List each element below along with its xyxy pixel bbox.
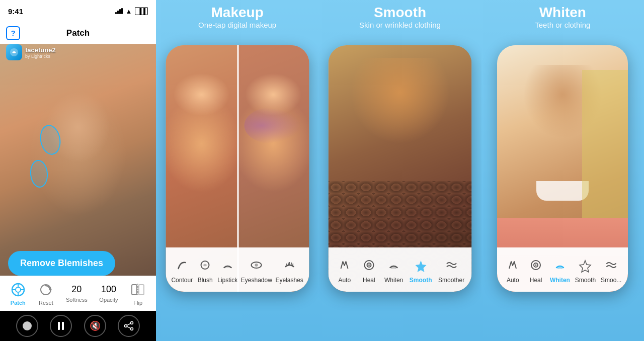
smooth-icon xyxy=(412,256,430,274)
logo-name: facetune2 xyxy=(25,46,56,54)
toolbar-opacity[interactable]: 100 Opacity xyxy=(99,284,118,303)
eyeshadow-icon xyxy=(248,256,266,274)
bg-accent xyxy=(582,70,628,218)
opacity-value: 100 xyxy=(101,284,116,295)
smoother-w-label: Smoo... xyxy=(601,277,621,284)
svg-line-16 xyxy=(127,326,131,328)
toolbar-softness[interactable]: 20 Softness xyxy=(66,284,88,303)
svg-point-13 xyxy=(131,322,133,324)
tool-smoother-w[interactable]: Smoo... xyxy=(601,256,621,284)
whiten-header: Whiten Teeth or clothing xyxy=(481,0,644,33)
tool-heal-w[interactable]: Heal xyxy=(527,256,545,284)
signal-bars-icon xyxy=(115,8,123,14)
blush-icon xyxy=(196,256,214,274)
makeup-subtitle: One-tap digital makeup xyxy=(161,21,313,29)
tool-heal[interactable]: Heal xyxy=(360,256,378,284)
mute-button[interactable]: 🔇 xyxy=(84,315,106,337)
svg-rect-9 xyxy=(132,285,137,295)
status-icons: ▲ ▐▐ xyxy=(115,7,148,15)
tool-smooth-active[interactable]: Smooth xyxy=(410,256,432,284)
logo-svg xyxy=(9,47,19,57)
header-title: Patch xyxy=(66,28,90,38)
tool-whiten-active[interactable]: Whiten xyxy=(550,256,570,284)
mute-icon: 🔇 xyxy=(90,320,101,331)
status-time: 9:41 xyxy=(8,7,23,16)
whiten-label: Whiten xyxy=(384,277,403,284)
tool-eyelashes[interactable]: Eyelashes xyxy=(275,256,303,284)
blush-label: Blush xyxy=(198,277,213,284)
flip-label: Flip xyxy=(133,300,142,306)
svg-line-20 xyxy=(286,264,287,266)
smooth-w-icon xyxy=(576,256,594,274)
svg-point-19 xyxy=(255,264,258,267)
svg-point-2 xyxy=(16,287,21,292)
whiten-tools: Auto Heal W xyxy=(497,247,628,292)
pause-button[interactable] xyxy=(50,315,72,337)
auto-w-label: Auto xyxy=(507,277,519,284)
smooth-panel: Smooth Skin or wrinkled clothing Auto xyxy=(318,0,481,341)
eyelashes-label: Eyelashes xyxy=(275,277,303,284)
toolbar-flip[interactable]: Flip xyxy=(130,282,146,306)
smooth-header: Smooth Skin or wrinkled clothing xyxy=(318,0,481,33)
tool-smoother[interactable]: Smoother xyxy=(438,256,464,284)
pause-icon xyxy=(58,322,64,330)
toolbar-patch[interactable]: Patch xyxy=(10,282,26,306)
makeup-title: Makeup xyxy=(161,5,313,21)
share-icon xyxy=(124,321,134,331)
auto-label: Auto xyxy=(338,277,351,284)
reset-icon xyxy=(38,282,54,298)
lipstick-icon xyxy=(218,256,236,274)
smooth-subtitle: Skin or wrinkled clothing xyxy=(324,21,476,29)
tool-blush[interactable]: Blush xyxy=(196,256,214,284)
tool-eyeshadow[interactable]: Eyeshadow xyxy=(241,256,272,284)
tool-lipstick[interactable]: Lipstick xyxy=(217,256,237,284)
tool-whiten[interactable]: Whiten xyxy=(384,256,403,284)
record-button[interactable] xyxy=(16,315,38,337)
help-button[interactable]: ? xyxy=(6,26,20,40)
logo-sub: by Lightricks xyxy=(25,54,56,59)
toolbar-reset[interactable]: Reset xyxy=(38,282,54,306)
svg-point-27 xyxy=(368,264,370,266)
whiten-subtitle: Teeth or clothing xyxy=(487,21,639,29)
facetune-logo: facetune2 by Lightricks xyxy=(6,44,56,60)
svg-point-30 xyxy=(535,264,537,266)
tool-smooth-w[interactable]: Smooth xyxy=(575,256,596,284)
photo-area[interactable] xyxy=(0,44,156,281)
smoother-icon xyxy=(442,256,460,274)
softness-value: 20 xyxy=(71,284,82,295)
whiten-title: Whiten xyxy=(487,5,639,21)
app-header: ? Patch xyxy=(0,22,156,44)
face-highlight xyxy=(350,58,450,144)
whiten-phone-frame: Auto Heal W xyxy=(497,45,628,292)
bottom-controls: 🔇 xyxy=(0,311,156,341)
tool-auto[interactable]: Auto xyxy=(336,256,354,284)
whiten-active-label: Whiten xyxy=(550,277,570,284)
eyeshadow-effect xyxy=(245,107,302,144)
patch-label: Patch xyxy=(11,300,26,306)
status-bar: 9:41 ▲ ▐▐ xyxy=(0,0,156,22)
auto-w-icon xyxy=(504,256,522,274)
flip-icon xyxy=(130,282,146,298)
smooth-title: Smooth xyxy=(324,5,476,21)
smoother-w-icon xyxy=(602,256,620,274)
lipstick-label: Lipstick xyxy=(217,277,237,284)
tool-auto-w[interactable]: Auto xyxy=(504,256,522,284)
softness-label: Softness xyxy=(66,297,88,303)
heal-w-label: Heal xyxy=(530,277,542,284)
remove-blemishes-button[interactable]: Remove Blemishes xyxy=(8,251,115,276)
smooth-tools: Auto Heal W xyxy=(328,247,471,292)
auto-icon xyxy=(336,256,354,274)
logo-icon xyxy=(6,44,22,60)
patch-icon xyxy=(10,282,26,298)
tool-contour[interactable]: Contour xyxy=(171,256,193,284)
svg-line-15 xyxy=(127,323,131,325)
logo-text-container: facetune2 by Lightricks xyxy=(25,46,56,59)
battery-icon: ▐▐ xyxy=(135,7,148,15)
record-icon xyxy=(23,321,32,330)
makeup-phone-frame: Contour Blush Lipstick xyxy=(166,45,309,292)
svg-line-21 xyxy=(288,263,288,265)
share-button[interactable] xyxy=(118,315,140,337)
contour-icon xyxy=(173,256,191,274)
svg-line-23 xyxy=(291,263,291,265)
heal-label: Heal xyxy=(363,277,375,284)
